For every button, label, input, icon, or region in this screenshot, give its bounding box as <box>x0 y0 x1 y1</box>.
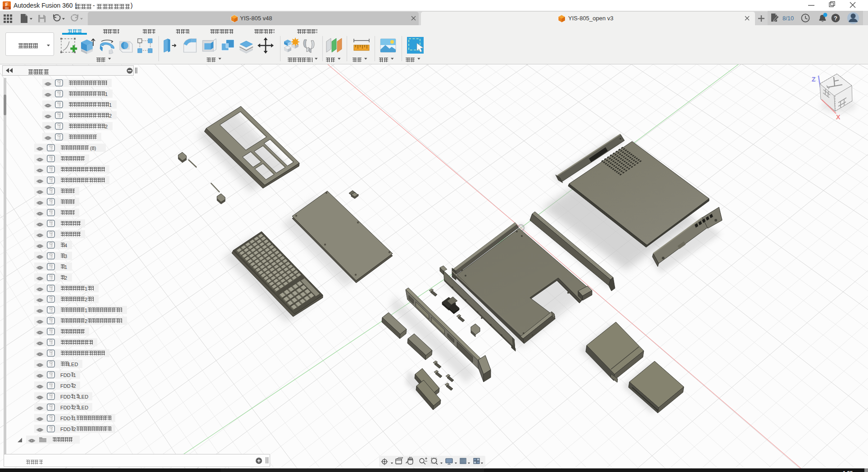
svg-text:8/10: 8/10 <box>782 15 794 22</box>
svg-text:360: 360 <box>5 7 9 9</box>
svg-text:?: ? <box>834 15 837 22</box>
svg-text:Z: Z <box>812 76 816 83</box>
svg-text:X: X <box>836 113 841 121</box>
